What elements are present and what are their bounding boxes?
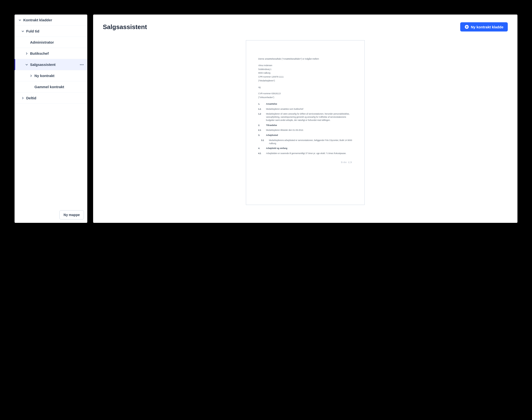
tree-item-gammel-kontrakt[interactable]: Gammel kontrakt: [15, 81, 87, 92]
document-preview: Denne ansættelsesaftale ("Ansættelsesaft…: [246, 40, 365, 205]
doc-sub-text: Arbejdstiden er svarende til gennemsnitl…: [266, 152, 352, 155]
main-panel: Salgsassistent Ny kontrakt kladde Denne …: [93, 15, 517, 223]
doc-section-title: Tiltrædelse: [266, 124, 277, 127]
tree-label: Administrator: [30, 40, 54, 44]
new-folder-button[interactable]: Ny mappe: [59, 210, 84, 219]
tree-label: Butikschef: [30, 51, 49, 56]
sidebar-tree: Kontrakt kladder Fuld tid Administrator …: [15, 15, 87, 207]
doc-sub-text: Medarbejderen ansættes som butikschef: [266, 107, 352, 111]
sidebar-footer: Ny mappe: [15, 207, 87, 223]
doc-party-a-cpr: CPR-nummer 120978-1111: [258, 75, 352, 78]
tree-label: Ny kontrakt: [34, 74, 55, 78]
tree-item-administrator[interactable]: Administrator: [15, 37, 87, 48]
doc-sub-num: 4.1: [258, 152, 263, 155]
doc-party-a-name: Alma Andersen: [258, 64, 352, 67]
plus-circle-icon: [465, 25, 469, 29]
doc-section-num: 1.: [258, 103, 263, 105]
tree-label: Gammel kontrakt: [34, 85, 64, 89]
tree-label: Salgsassistent: [30, 62, 56, 67]
tree-item-ny-kontrakt[interactable]: Ny kontrakt: [15, 70, 87, 81]
doc-sub-num: 3.1: [261, 139, 266, 145]
chevron-right-icon: [25, 52, 29, 55]
tree-item-deltid[interactable]: Deltid: [15, 92, 87, 104]
doc-and: og: [258, 86, 352, 89]
doc-page-footer: Side 1|5: [258, 161, 352, 164]
tree-label: Fuld tid: [26, 29, 39, 33]
button-label: Ny kontrakt kladde: [471, 25, 503, 29]
doc-party-a-street: Solskindsvej 1: [258, 68, 352, 71]
chevron-right-icon: [29, 74, 33, 77]
doc-section-num: 3.: [258, 134, 263, 137]
chevron-down-icon: [25, 63, 29, 66]
doc-sub-num: 1.2: [258, 112, 263, 121]
doc-section-num: 4.: [258, 147, 263, 150]
doc-party-a-city: 9000 Aalborg: [258, 72, 352, 75]
doc-sub-text: Medarbejderens arbejdssted er servicesta…: [269, 139, 352, 145]
chevron-right-icon: [21, 97, 25, 100]
tree-label: Kontrakt kladder: [23, 18, 52, 22]
sidebar: Kontrakt kladder Fuld tid Administrator …: [15, 15, 87, 223]
doc-party-b-role: ("Virksomheden"): [258, 96, 352, 99]
doc-sub-num: 1.1: [258, 107, 263, 111]
more-options-icon[interactable]: •••: [80, 63, 84, 66]
tree-label: Deltid: [26, 96, 36, 100]
tree-root-kontrakt-kladder[interactable]: Kontrakt kladder: [15, 15, 87, 26]
doc-intro: Denne ansættelsesaftale ("Ansættelsesaft…: [258, 57, 352, 60]
doc-party-a-role: ("Medarbejderen"): [258, 79, 352, 82]
doc-sub-text: Medarbejderen vil være ansvarlig for dri…: [266, 112, 352, 121]
tree-item-salgsassistent[interactable]: Salgsassistent •••: [15, 59, 87, 70]
doc-section-title: Ansættelse: [266, 103, 277, 105]
doc-section-num: 2.: [258, 124, 263, 127]
tree-item-fuld-tid[interactable]: Fuld tid: [15, 26, 87, 37]
new-contract-template-button[interactable]: Ny kontrakt kladde: [460, 22, 508, 31]
main-header: Salgsassistent Ny kontrakt kladde: [103, 22, 508, 31]
doc-sub-text: Medarbejderen tiltræder den 01-09-2012.: [266, 129, 352, 132]
doc-section-title: Arbejdssted: [266, 134, 278, 137]
page-title: Salgsassistent: [103, 23, 147, 31]
tree-item-butikschef[interactable]: Butikschef: [15, 48, 87, 59]
doc-party-b-cvr: CVR-nummer 63918113: [258, 92, 352, 95]
doc-section-title: Arbejdstid og omfang: [266, 147, 287, 150]
chevron-down-icon: [18, 19, 22, 22]
doc-sub-num: 2.1: [258, 129, 263, 132]
chevron-down-icon: [21, 30, 25, 33]
